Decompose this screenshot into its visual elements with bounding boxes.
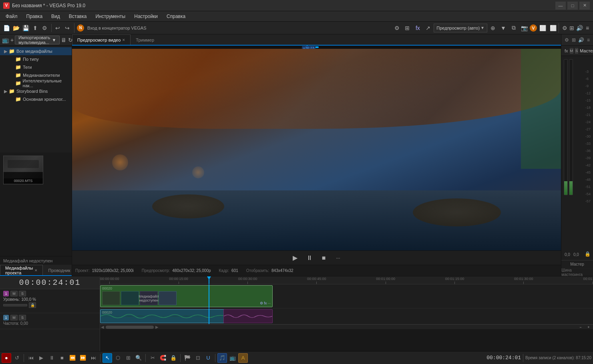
- preview-copy-btn[interactable]: ⧉: [509, 23, 519, 33]
- video-monitor-btn[interactable]: 📺: [228, 353, 237, 363]
- master-fx-label[interactable]: fx: [565, 48, 568, 53]
- video-track-1[interactable]: 00020 Медиафайл недоступен ⚙: [100, 284, 593, 308]
- tb-settings-button[interactable]: ⚙: [40, 23, 49, 33]
- zoom-in-btn[interactable]: +: [585, 325, 592, 329]
- snap-btn[interactable]: 🧲: [158, 353, 168, 363]
- tree-item-by-type[interactable]: 📁 По типу: [0, 55, 72, 63]
- preview-mode-selector[interactable]: Предпросмотр (авто) ▼: [434, 24, 487, 32]
- tab-video-preview[interactable]: Предпросмотр видео ✕: [72, 34, 131, 45]
- tb-redo-button[interactable]: ↪: [63, 23, 72, 33]
- preview-route-btn[interactable]: ↗: [423, 23, 433, 33]
- track-s-btn-1[interactable]: S: [19, 291, 26, 296]
- scroll-thumb[interactable]: [106, 326, 154, 329]
- menu-view[interactable]: Вид: [47, 12, 64, 20]
- prev-frame-btn[interactable]: ⏪: [68, 353, 77, 363]
- tree-item-tags[interactable]: 📁 Теги: [0, 63, 72, 71]
- video-clip-1[interactable]: 00020 Медиафайл недоступен ⚙: [100, 285, 273, 307]
- tb-save-button[interactable]: 💾: [21, 23, 30, 33]
- tree-item-drives[interactable]: 📁 Медианакопители: [0, 71, 72, 79]
- pause-btn-main[interactable]: ⏸: [47, 353, 56, 363]
- media-thumb-1[interactable]: 00020.MTS: [3, 156, 43, 184]
- preview-ext1-btn[interactable]: ⬜: [538, 23, 547, 33]
- clip-fx-label[interactable]: fx: [264, 301, 267, 305]
- zoom-tl-btn[interactable]: 🔍: [134, 353, 143, 363]
- tab-explorer[interactable]: Проводник: [43, 265, 75, 275]
- track-lock-btn-1[interactable]: 🔒: [29, 302, 36, 308]
- ext-monitor-btn[interactable]: A: [238, 353, 248, 363]
- clip-fx-icon[interactable]: ⚙: [260, 301, 263, 305]
- add-media-btn[interactable]: +: [10, 35, 14, 45]
- preview-fx-btn[interactable]: fx: [413, 23, 422, 33]
- tree-item-all-media[interactable]: ▶ 📁 Все медиафайлы: [0, 47, 72, 55]
- master-settings-icon[interactable]: ⚙: [565, 37, 569, 43]
- master-v-icon[interactable]: V: [530, 24, 537, 32]
- tab-media-close-icon[interactable]: ✕: [34, 268, 38, 272]
- maximize-button[interactable]: □: [567, 2, 578, 10]
- preview-split-btn[interactable]: ⊞: [402, 23, 412, 33]
- tb-export-button[interactable]: ⬆: [31, 23, 40, 33]
- jog-btn[interactable]: 🔒: [169, 353, 178, 363]
- tree-item-storyboard[interactable]: ▶ 📁 Storyboard Bins: [0, 87, 72, 95]
- audio-clip-2[interactable]: [223, 309, 273, 323]
- cut-btn[interactable]: ✂: [148, 353, 157, 363]
- master-m-btn[interactable]: M: [570, 48, 574, 54]
- master-io-btn[interactable]: ⊞: [569, 23, 575, 33]
- tab-trimmer[interactable]: Триммер: [131, 34, 159, 45]
- envelope-btn[interactable]: ⬡: [113, 353, 123, 363]
- preview-pause-btn[interactable]: ⏸: [304, 252, 315, 264]
- lock-icon[interactable]: 🔒: [585, 251, 591, 257]
- track-m-btn-1[interactable]: M: [10, 291, 18, 296]
- audio-m-btn[interactable]: M: [10, 315, 18, 320]
- cmd-marker-btn[interactable]: U: [203, 353, 213, 363]
- preview-snap-btn[interactable]: ⊕: [488, 23, 498, 33]
- record-btn[interactable]: ●: [2, 353, 11, 363]
- audio-track-1[interactable]: 00020: [100, 308, 593, 324]
- ripple-btn[interactable]: ⊞: [123, 353, 133, 363]
- master-s-btn[interactable]: S: [575, 48, 578, 54]
- go-start-btn[interactable]: ⏮: [26, 353, 36, 363]
- tb-new-button[interactable]: 📄: [2, 23, 11, 33]
- import-button[interactable]: Импортировать мультимедиа... ▼: [15, 36, 60, 44]
- audio-s-btn[interactable]: S: [19, 315, 26, 320]
- master-io-icon[interactable]: ⊞: [572, 37, 576, 43]
- next-frame-btn[interactable]: ⏩: [78, 353, 88, 363]
- time-ruler[interactable]: 00:00:00:00 00:00:15:00 00:00:30:00 00:0…: [100, 276, 593, 284]
- zoom-out-btn[interactable]: −: [577, 325, 584, 329]
- menu-file[interactable]: Файл: [2, 12, 22, 20]
- tree-item-main-timeline[interactable]: 📁 Основная хронолог...: [0, 95, 72, 103]
- preview-play-btn[interactable]: ▶: [289, 252, 301, 264]
- level-bar-1[interactable]: [3, 304, 27, 306]
- marker-btn[interactable]: 🏁: [183, 353, 192, 363]
- menu-insert[interactable]: Вставка: [65, 12, 91, 20]
- timeline-hscrollbar[interactable]: ◀ ▶ − +: [100, 324, 593, 329]
- monitor-btn[interactable]: 🖥: [60, 35, 67, 45]
- play-btn-main[interactable]: ▶: [36, 353, 46, 363]
- preview-stop-btn[interactable]: ■: [318, 252, 330, 264]
- tab-media-files[interactable]: Медиафайлы проекта ✕: [0, 265, 43, 275]
- master-vol-btn[interactable]: 🔊: [576, 23, 583, 33]
- media-icon[interactable]: 📺: [2, 35, 9, 45]
- menu-help[interactable]: Справка: [163, 12, 189, 20]
- tree-item-smart[interactable]: 📁 Интеллектуальные нак...: [0, 79, 72, 87]
- tb-undo-button[interactable]: ↩: [54, 23, 62, 33]
- select-tool-btn[interactable]: ↖: [103, 353, 112, 363]
- preview-settings-btn[interactable]: ⚙: [392, 23, 402, 33]
- region-btn[interactable]: ⊡: [193, 353, 203, 363]
- master-eq-btn[interactable]: ≡: [584, 23, 591, 33]
- menu-edit[interactable]: Правка: [22, 12, 47, 20]
- master-settings-btn[interactable]: ⚙: [561, 23, 568, 33]
- scroll-right-btn[interactable]: ▶: [155, 325, 159, 329]
- preview-capture-btn[interactable]: 📷: [519, 23, 529, 33]
- go-end-btn[interactable]: ⏭: [88, 353, 98, 363]
- minimize-button[interactable]: —: [555, 2, 566, 10]
- menu-tools[interactable]: Инструменты: [91, 12, 129, 20]
- audio-btn[interactable]: 🎵: [217, 353, 227, 363]
- menu-settings[interactable]: Настройки: [130, 12, 162, 20]
- preview-more-btn2[interactable]: ···: [333, 252, 344, 264]
- tb-open-button[interactable]: 📂: [12, 23, 21, 33]
- tab-vpreview-close-icon[interactable]: ✕: [122, 38, 125, 42]
- loop-btn[interactable]: ↺: [12, 353, 22, 363]
- close-button[interactable]: ✕: [579, 2, 590, 10]
- master-eq-icon[interactable]: ≡: [587, 37, 590, 43]
- preview-more-btn[interactable]: ▼: [499, 23, 508, 33]
